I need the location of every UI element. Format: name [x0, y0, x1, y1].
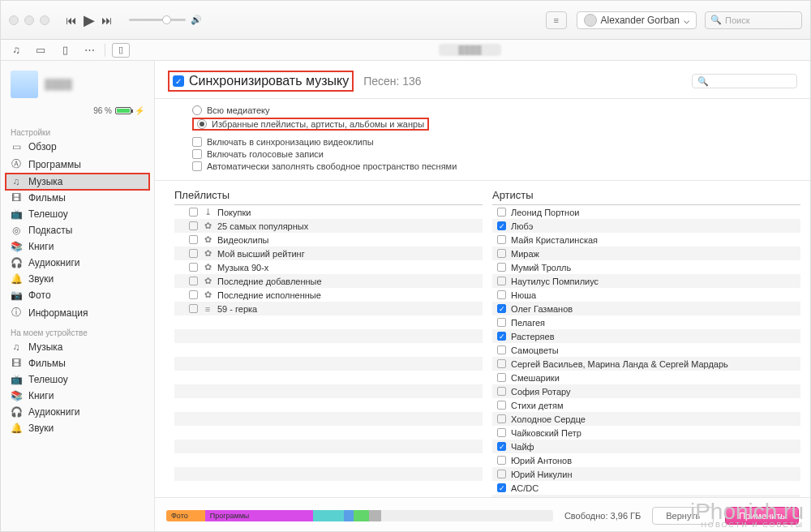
row-checkbox[interactable] — [497, 249, 506, 258]
list-item[interactable]: Юрий Антонов — [492, 453, 800, 467]
row-checkbox[interactable] — [497, 290, 506, 299]
radio-whole-library[interactable]: Всю медиатеку — [192, 104, 797, 116]
list-item[interactable]: ✿Музыка 90-х — [174, 260, 483, 274]
list-item[interactable]: Холодное Сердце — [492, 412, 800, 426]
row-checkbox[interactable] — [497, 345, 506, 354]
list-item[interactable]: ⤓Покупки — [174, 205, 483, 219]
chk-include-video[interactable]: Включать в синхронизацию видеоклипы — [192, 135, 797, 148]
row-checkbox[interactable] — [189, 249, 198, 258]
minimize-icon[interactable] — [24, 15, 34, 25]
device-tab-icon[interactable]: ▯ — [56, 43, 74, 58]
list-item[interactable]: Мумий Тролль — [492, 260, 800, 274]
list-item[interactable]: Самоцветы — [492, 343, 800, 357]
list-item[interactable]: ≡59 - герка — [174, 302, 483, 315]
list-item[interactable]: Наутилус Помпилиус — [492, 274, 800, 288]
sidebar-item[interactable]: 📺Телешоу — [6, 206, 149, 222]
list-item[interactable]: Пелагея — [492, 315, 800, 329]
list-item[interactable]: Майя Кристалинская — [492, 233, 800, 247]
row-checkbox[interactable] — [497, 428, 506, 437]
list-item[interactable]: Чайковский Петр — [492, 426, 800, 440]
breadcrumb[interactable]: ████ — [439, 44, 500, 56]
sidebar-item[interactable]: ⓘИнформация — [6, 303, 149, 322]
row-checkbox[interactable] — [497, 414, 506, 423]
row-checkbox[interactable] — [189, 290, 198, 299]
row-checkbox[interactable] — [497, 263, 506, 272]
list-item[interactable]: ✓Растеряев — [492, 329, 800, 343]
row-checkbox[interactable] — [189, 221, 198, 230]
sidebar-item[interactable]: ♫Музыка — [6, 339, 149, 355]
list-item[interactable]: Стихи детям — [492, 398, 800, 412]
sidebar-item[interactable]: 📚Книги — [6, 238, 149, 255]
row-checkbox[interactable] — [497, 235, 506, 244]
list-item[interactable]: София Ротару — [492, 384, 800, 398]
sidebar-item[interactable]: ⒶПрограммы — [6, 155, 149, 174]
next-button[interactable]: ⏭ — [100, 13, 114, 28]
row-checkbox[interactable] — [497, 401, 506, 410]
sidebar-item[interactable]: 🎧Аудиокниги — [6, 255, 149, 271]
list-item[interactable]: ✿25 самых популярных — [174, 219, 483, 233]
row-checkbox[interactable] — [497, 359, 506, 368]
prev-button[interactable]: ⏮ — [64, 13, 79, 28]
more-tab-icon[interactable]: ⋯ — [80, 43, 98, 58]
sidebar-item[interactable]: ◎Подкасты — [6, 222, 149, 238]
row-checkbox[interactable]: ✓ — [497, 483, 506, 492]
list-item[interactable]: Леонид Портнои — [492, 205, 800, 219]
radio-selected-items[interactable]: Избранные плейлисты, артисты, альбомы и … — [192, 118, 429, 131]
row-checkbox[interactable] — [189, 235, 198, 244]
row-checkbox[interactable] — [189, 263, 198, 272]
sidebar-item[interactable]: 🎧Аудиокниги — [6, 404, 149, 420]
row-checkbox[interactable]: ✓ — [497, 304, 506, 313]
row-checkbox[interactable]: ✓ — [497, 221, 506, 230]
play-button[interactable]: ▶ — [82, 13, 97, 28]
row-checkbox[interactable] — [497, 318, 506, 327]
row-checkbox[interactable]: ✓ — [497, 442, 506, 451]
list-item[interactable]: ✿Видеоклипы — [174, 233, 483, 247]
row-checkbox[interactable] — [497, 373, 506, 382]
chk-include-voice[interactable]: Включать голосовые записи — [192, 148, 797, 160]
sidebar-item[interactable]: 📺Телешоу — [6, 371, 149, 388]
playlists-list[interactable]: ⤓Покупки✿25 самых популярных✿Видеоклипы✿… — [174, 205, 483, 507]
content-search[interactable]: 🔍 — [692, 74, 797, 88]
row-checkbox[interactable] — [189, 304, 198, 313]
list-item[interactable]: Нюша — [492, 288, 800, 302]
close-icon[interactable] — [9, 15, 19, 25]
row-checkbox[interactable] — [497, 387, 506, 396]
sidebar-item[interactable]: 🔔Звуки — [6, 420, 149, 436]
list-item[interactable]: ✓Олег Газманов — [492, 302, 800, 315]
list-item[interactable]: Мираж — [492, 247, 800, 260]
list-item[interactable]: ✿Последние добавленные — [174, 274, 483, 288]
list-item[interactable]: ✓AC/DC — [492, 481, 800, 495]
row-checkbox[interactable] — [497, 456, 506, 465]
row-checkbox[interactable] — [189, 277, 198, 285]
global-search[interactable]: 🔍 Поиск — [705, 11, 802, 29]
list-item[interactable]: Юрий Никулин — [492, 467, 800, 481]
row-checkbox[interactable] — [189, 208, 198, 217]
maximize-icon[interactable] — [40, 15, 49, 25]
list-item[interactable]: Смешарики — [492, 371, 800, 384]
music-tab-icon[interactable]: ♫ — [7, 43, 25, 58]
list-item[interactable]: ✓Чайф — [492, 440, 800, 453]
list-item[interactable]: ✿Мой высший рейтинг — [174, 247, 483, 260]
sidebar-item[interactable]: 📚Книги — [6, 388, 149, 404]
chk-autofill[interactable]: Автоматически заполнять свободное простр… — [192, 160, 797, 172]
sync-checkbox[interactable]: ✓ — [173, 75, 184, 87]
device-card[interactable]: ████ — [6, 67, 149, 106]
row-checkbox[interactable] — [497, 470, 506, 478]
artists-list[interactable]: Леонид Портнои✓ЛюбэМайя КристалинскаяМир… — [492, 205, 800, 507]
account-button[interactable]: Alexander Gorban ⌵ — [577, 11, 697, 29]
row-checkbox[interactable] — [497, 277, 506, 285]
sidebar-item[interactable]: ♫Музыка — [6, 174, 149, 190]
row-checkbox[interactable]: ✓ — [497, 332, 506, 341]
sidebar-item[interactable]: 🎞Фильмы — [6, 355, 149, 371]
list-item[interactable]: Сергей Васильев, Марина Ланда & Сергей М… — [492, 357, 800, 371]
sidebar-item[interactable]: ▭Обзор — [6, 139, 149, 155]
row-checkbox[interactable] — [497, 208, 506, 217]
sync-checkbox-wrap[interactable]: ✓ Синхронизировать музыку — [168, 71, 354, 92]
sidebar-item[interactable]: 🎞Фильмы — [6, 190, 149, 206]
list-view-button[interactable]: ≡ — [546, 11, 567, 29]
sidebar-item[interactable]: 📷Фото — [6, 287, 149, 303]
list-item[interactable]: ✓Любэ — [492, 219, 800, 233]
list-item[interactable]: ✿Последние исполненные — [174, 288, 483, 302]
volume-control[interactable]: 🔊 — [129, 15, 202, 25]
device-select-button[interactable]: ▯ — [112, 43, 130, 58]
